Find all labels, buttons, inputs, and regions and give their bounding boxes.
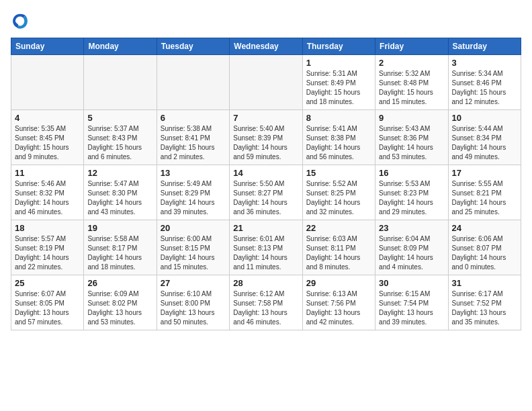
day-info: Sunrise: 6:04 AM Sunset: 8:09 PM Dayligh… <box>379 234 444 272</box>
day-number: 24 <box>452 223 517 233</box>
calendar-cell: 18Sunrise: 5:57 AM Sunset: 8:19 PM Dayli… <box>11 220 84 275</box>
calendar-cell: 1Sunrise: 5:31 AM Sunset: 8:49 PM Daylig… <box>302 55 375 110</box>
calendar-cell: 29Sunrise: 6:13 AM Sunset: 7:56 PM Dayli… <box>302 275 375 330</box>
day-info: Sunrise: 5:46 AM Sunset: 8:32 PM Dayligh… <box>15 179 80 217</box>
day-number: 4 <box>15 113 80 123</box>
calendar-cell: 6Sunrise: 5:38 AM Sunset: 8:41 PM Daylig… <box>157 110 229 165</box>
calendar-cell: 14Sunrise: 5:50 AM Sunset: 8:27 PM Dayli… <box>230 165 302 220</box>
day-number: 6 <box>161 113 226 123</box>
day-info: Sunrise: 5:47 AM Sunset: 8:30 PM Dayligh… <box>87 179 152 217</box>
day-number: 8 <box>306 113 371 123</box>
calendar-table: SundayMondayTuesdayWednesdayThursdayFrid… <box>11 38 521 330</box>
calendar-cell <box>84 55 157 110</box>
day-info: Sunrise: 5:32 AM Sunset: 8:48 PM Dayligh… <box>379 69 444 107</box>
day-number: 30 <box>379 278 444 288</box>
day-info: Sunrise: 6:03 AM Sunset: 8:11 PM Dayligh… <box>306 234 371 272</box>
day-info: Sunrise: 6:07 AM Sunset: 8:05 PM Dayligh… <box>15 289 80 327</box>
calendar-cell: 4Sunrise: 5:35 AM Sunset: 8:45 PM Daylig… <box>11 110 84 165</box>
header-cell-monday: Monday <box>84 38 157 55</box>
calendar-cell: 31Sunrise: 6:17 AM Sunset: 7:52 PM Dayli… <box>448 275 521 330</box>
day-info: Sunrise: 5:38 AM Sunset: 8:41 PM Dayligh… <box>161 124 226 162</box>
day-info: Sunrise: 5:58 AM Sunset: 8:17 PM Dayligh… <box>87 234 152 272</box>
day-number: 22 <box>306 223 371 233</box>
day-number: 14 <box>233 168 298 178</box>
calendar-cell: 16Sunrise: 5:53 AM Sunset: 8:23 PM Dayli… <box>375 165 448 220</box>
calendar-cell: 24Sunrise: 6:06 AM Sunset: 8:07 PM Dayli… <box>448 220 521 275</box>
week-row-1: 1Sunrise: 5:31 AM Sunset: 8:49 PM Daylig… <box>11 55 521 110</box>
day-info: Sunrise: 6:17 AM Sunset: 7:52 PM Dayligh… <box>452 289 517 327</box>
day-number: 11 <box>15 168 80 178</box>
day-info: Sunrise: 5:35 AM Sunset: 8:45 PM Dayligh… <box>15 124 80 162</box>
day-info: Sunrise: 5:44 AM Sunset: 8:34 PM Dayligh… <box>452 124 517 162</box>
header-cell-wednesday: Wednesday <box>230 38 302 55</box>
day-info: Sunrise: 5:55 AM Sunset: 8:21 PM Dayligh… <box>452 179 517 217</box>
day-info: Sunrise: 5:49 AM Sunset: 8:29 PM Dayligh… <box>161 179 226 217</box>
day-number: 19 <box>87 223 152 233</box>
calendar-cell: 5Sunrise: 5:37 AM Sunset: 8:43 PM Daylig… <box>84 110 157 165</box>
calendar-cell: 9Sunrise: 5:43 AM Sunset: 8:36 PM Daylig… <box>375 110 448 165</box>
header-row: SundayMondayTuesdayWednesdayThursdayFrid… <box>11 38 521 55</box>
week-row-5: 25Sunrise: 6:07 AM Sunset: 8:05 PM Dayli… <box>11 275 521 330</box>
day-info: Sunrise: 6:06 AM Sunset: 8:07 PM Dayligh… <box>452 234 517 272</box>
day-info: Sunrise: 6:10 AM Sunset: 8:00 PM Dayligh… <box>161 289 226 327</box>
day-info: Sunrise: 5:52 AM Sunset: 8:25 PM Dayligh… <box>306 179 371 217</box>
calendar-cell: 20Sunrise: 6:00 AM Sunset: 8:15 PM Dayli… <box>157 220 229 275</box>
day-number: 10 <box>452 113 517 123</box>
week-row-3: 11Sunrise: 5:46 AM Sunset: 8:32 PM Dayli… <box>11 165 521 220</box>
logo <box>11 11 32 30</box>
calendar-cell: 11Sunrise: 5:46 AM Sunset: 8:32 PM Dayli… <box>11 165 84 220</box>
day-info: Sunrise: 6:00 AM Sunset: 8:15 PM Dayligh… <box>161 234 226 272</box>
calendar-cell: 25Sunrise: 6:07 AM Sunset: 8:05 PM Dayli… <box>11 275 84 330</box>
calendar-body: 1Sunrise: 5:31 AM Sunset: 8:49 PM Daylig… <box>11 55 521 330</box>
day-info: Sunrise: 5:57 AM Sunset: 8:19 PM Dayligh… <box>15 234 80 272</box>
day-number: 5 <box>87 113 152 123</box>
header-cell-tuesday: Tuesday <box>157 38 229 55</box>
calendar-cell <box>11 55 84 110</box>
day-info: Sunrise: 6:09 AM Sunset: 8:02 PM Dayligh… <box>87 289 152 327</box>
logo-icon <box>11 11 30 30</box>
day-number: 9 <box>379 113 444 123</box>
day-info: Sunrise: 6:13 AM Sunset: 7:56 PM Dayligh… <box>306 289 371 327</box>
day-number: 3 <box>452 58 517 68</box>
day-info: Sunrise: 5:34 AM Sunset: 8:46 PM Dayligh… <box>452 69 517 107</box>
calendar-cell: 26Sunrise: 6:09 AM Sunset: 8:02 PM Dayli… <box>84 275 157 330</box>
day-info: Sunrise: 6:12 AM Sunset: 7:58 PM Dayligh… <box>233 289 298 327</box>
calendar-cell: 7Sunrise: 5:40 AM Sunset: 8:39 PM Daylig… <box>230 110 302 165</box>
calendar-header: SundayMondayTuesdayWednesdayThursdayFrid… <box>11 38 521 55</box>
day-number: 13 <box>161 168 226 178</box>
day-number: 18 <box>15 223 80 233</box>
day-number: 1 <box>306 58 371 68</box>
day-info: Sunrise: 5:40 AM Sunset: 8:39 PM Dayligh… <box>233 124 298 162</box>
day-number: 7 <box>233 113 298 123</box>
day-info: Sunrise: 6:15 AM Sunset: 7:54 PM Dayligh… <box>379 289 444 327</box>
day-number: 17 <box>452 168 517 178</box>
header-cell-friday: Friday <box>375 38 448 55</box>
calendar-cell: 22Sunrise: 6:03 AM Sunset: 8:11 PM Dayli… <box>302 220 375 275</box>
day-number: 2 <box>379 58 444 68</box>
day-number: 20 <box>161 223 226 233</box>
day-number: 12 <box>87 168 152 178</box>
header-cell-thursday: Thursday <box>302 38 375 55</box>
calendar-cell: 27Sunrise: 6:10 AM Sunset: 8:00 PM Dayli… <box>157 275 229 330</box>
header-cell-sunday: Sunday <box>11 38 84 55</box>
day-info: Sunrise: 5:37 AM Sunset: 8:43 PM Dayligh… <box>87 124 152 162</box>
calendar-cell: 21Sunrise: 6:01 AM Sunset: 8:13 PM Dayli… <box>230 220 302 275</box>
day-number: 23 <box>379 223 444 233</box>
day-info: Sunrise: 5:41 AM Sunset: 8:38 PM Dayligh… <box>306 124 371 162</box>
calendar-cell <box>230 55 302 110</box>
calendar-cell: 28Sunrise: 6:12 AM Sunset: 7:58 PM Dayli… <box>230 275 302 330</box>
calendar-cell <box>157 55 229 110</box>
calendar-cell: 8Sunrise: 5:41 AM Sunset: 8:38 PM Daylig… <box>302 110 375 165</box>
calendar-cell: 3Sunrise: 5:34 AM Sunset: 8:46 PM Daylig… <box>448 55 521 110</box>
calendar-cell: 10Sunrise: 5:44 AM Sunset: 8:34 PM Dayli… <box>448 110 521 165</box>
calendar-cell: 15Sunrise: 5:52 AM Sunset: 8:25 PM Dayli… <box>302 165 375 220</box>
day-number: 15 <box>306 168 371 178</box>
day-number: 26 <box>87 278 152 288</box>
calendar-cell: 2Sunrise: 5:32 AM Sunset: 8:48 PM Daylig… <box>375 55 448 110</box>
day-info: Sunrise: 5:50 AM Sunset: 8:27 PM Dayligh… <box>233 179 298 217</box>
calendar-cell: 12Sunrise: 5:47 AM Sunset: 8:30 PM Dayli… <box>84 165 157 220</box>
day-number: 28 <box>233 278 298 288</box>
day-info: Sunrise: 5:43 AM Sunset: 8:36 PM Dayligh… <box>379 124 444 162</box>
day-number: 31 <box>452 278 517 288</box>
day-number: 29 <box>306 278 371 288</box>
